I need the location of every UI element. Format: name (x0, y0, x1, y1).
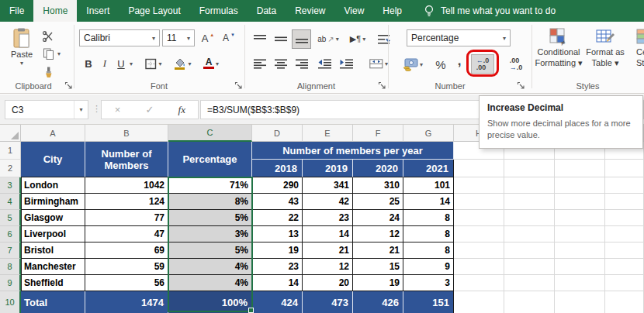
column-header-d[interactable]: D (252, 125, 303, 142)
empty-cell[interactable] (454, 194, 504, 210)
row-header-9[interactable]: 9 (0, 275, 21, 291)
column-header-b[interactable]: B (85, 125, 168, 142)
underline-dropdown-icon[interactable]: ▾ (130, 60, 133, 67)
cell-total-label[interactable]: Total (21, 291, 85, 313)
cell-year[interactable]: 13 (252, 226, 303, 242)
empty-cell[interactable] (605, 177, 644, 194)
select-all-corner[interactable] (0, 125, 21, 142)
header-year-2021-cell[interactable]: 2021 (403, 160, 454, 177)
empty-cell[interactable] (504, 210, 555, 226)
formula-bar-grip[interactable]: ⋮ (92, 104, 101, 114)
cell-year[interactable]: 8 (403, 226, 454, 242)
fill-color-button[interactable]: ▾ (169, 54, 196, 73)
bold-button[interactable]: B (81, 54, 96, 73)
cell-year[interactable]: 25 (353, 194, 403, 210)
empty-cell[interactable] (454, 259, 504, 275)
tab-view[interactable]: View (335, 0, 374, 22)
header-year-2020-cell[interactable]: 2020 (353, 160, 403, 177)
cell-year[interactable]: 23 (303, 210, 353, 226)
cell-members[interactable]: 124 (85, 194, 168, 210)
cell-year[interactable]: 290 (252, 177, 303, 194)
cell-percentage-selected[interactable]: 5% (168, 242, 252, 259)
cell-year[interactable]: 23 (252, 259, 303, 275)
cell-year[interactable]: 14 (252, 275, 303, 291)
row-header-10[interactable]: 10 (0, 291, 21, 313)
empty-cell[interactable] (454, 275, 504, 291)
insert-function-button[interactable]: fx (168, 104, 196, 116)
cell-total-year[interactable]: 424 (252, 291, 303, 313)
align-left-button[interactable] (250, 54, 269, 74)
number-format-combo[interactable]: Percentage▾ (407, 29, 511, 46)
cell-city[interactable]: Bristol (21, 242, 85, 259)
empty-cell[interactable] (605, 160, 644, 177)
empty-cell[interactable] (504, 242, 555, 259)
row-header-8[interactable]: 8 (0, 259, 21, 275)
header-per-year-cell[interactable]: Number of members per year (252, 142, 454, 160)
cell-year[interactable]: 14 (303, 226, 353, 242)
cell-members[interactable]: 47 (85, 226, 168, 242)
row-header-6[interactable]: 6 (0, 226, 21, 242)
cell-city[interactable]: Glasgow (21, 210, 85, 226)
enter-button[interactable]: ✓ (136, 104, 164, 115)
cell-year[interactable]: 3 (403, 275, 454, 291)
empty-cell[interactable] (454, 242, 504, 259)
cell-year[interactable]: 310 (353, 177, 403, 194)
cell-members[interactable]: 59 (85, 259, 168, 275)
number-dialog-launcher[interactable] (517, 81, 525, 90)
tab-home[interactable]: Home (33, 0, 77, 22)
format-as-table-button[interactable]: Format as Table ▾ (583, 28, 627, 68)
empty-cell[interactable] (605, 275, 644, 291)
copy-dropdown-icon[interactable]: ▾ (57, 50, 61, 57)
font-family-combo[interactable]: Calibri▾ (79, 29, 160, 46)
empty-cell[interactable] (555, 210, 605, 226)
cell-year[interactable]: 19 (353, 275, 403, 291)
cell-year[interactable]: 8 (403, 210, 454, 226)
borders-button[interactable]: ▾ (141, 54, 166, 73)
percent-style-button[interactable]: % (431, 54, 450, 74)
column-header-f[interactable]: F (353, 125, 403, 142)
row-header-2[interactable]: 2 (0, 160, 21, 177)
empty-cell[interactable] (504, 177, 555, 194)
empty-cell[interactable] (605, 226, 644, 242)
empty-cell[interactable] (555, 259, 605, 275)
header-members-cell[interactable]: Number of Members (85, 142, 168, 177)
name-box[interactable]: C3 ▾ (5, 100, 88, 119)
empty-cell[interactable] (555, 194, 605, 210)
cell-styles-button[interactable]: Cell Styles (635, 28, 644, 68)
empty-cell[interactable] (504, 194, 555, 210)
font-dialog-launcher[interactable] (234, 81, 243, 90)
font-size-combo[interactable]: 11▾ (162, 29, 195, 46)
empty-cell[interactable] (504, 160, 555, 177)
empty-cell[interactable] (555, 275, 605, 291)
empty-cell[interactable] (555, 242, 605, 259)
column-header-g[interactable]: G (403, 125, 454, 142)
copy-button[interactable] (40, 46, 56, 60)
font-color-button[interactable]: A ▾ (199, 54, 223, 73)
cell-year[interactable]: 21 (353, 242, 403, 259)
cell-year[interactable]: 43 (252, 194, 303, 210)
empty-cell[interactable] (504, 259, 555, 275)
cell-year[interactable]: 21 (303, 242, 353, 259)
underline-button[interactable]: U (113, 54, 129, 73)
empty-cell[interactable] (454, 226, 504, 242)
cell-percentage-selected[interactable]: 8% (168, 194, 252, 210)
cell-total-members[interactable]: 1474 (85, 291, 168, 313)
row-header-1[interactable]: 1 (0, 142, 21, 160)
cell-year[interactable]: 15 (353, 259, 403, 275)
cell-city[interactable]: Birmingham (21, 194, 85, 210)
empty-cell[interactable] (605, 259, 644, 275)
cell-percentage-selected[interactable]: 3% (168, 226, 252, 242)
decrease-decimal-button[interactable]: .00 →.0 (504, 54, 528, 74)
cell-members[interactable]: 56 (85, 275, 168, 291)
increase-indent-button[interactable] (337, 54, 356, 74)
header-percentage-cell[interactable]: Percentage (168, 142, 252, 177)
empty-cell[interactable] (555, 177, 605, 194)
cell-year[interactable]: 8 (403, 242, 454, 259)
header-year-2018-cell[interactable]: 2018 (252, 160, 303, 177)
cell-total-year[interactable]: 151 (403, 291, 454, 313)
header-city-cell[interactable]: City (21, 142, 85, 177)
align-center-button[interactable] (271, 54, 290, 74)
cell-year[interactable]: 341 (303, 177, 353, 194)
comma-style-button[interactable]: , (453, 51, 466, 71)
clipboard-dialog-launcher[interactable] (64, 81, 73, 90)
